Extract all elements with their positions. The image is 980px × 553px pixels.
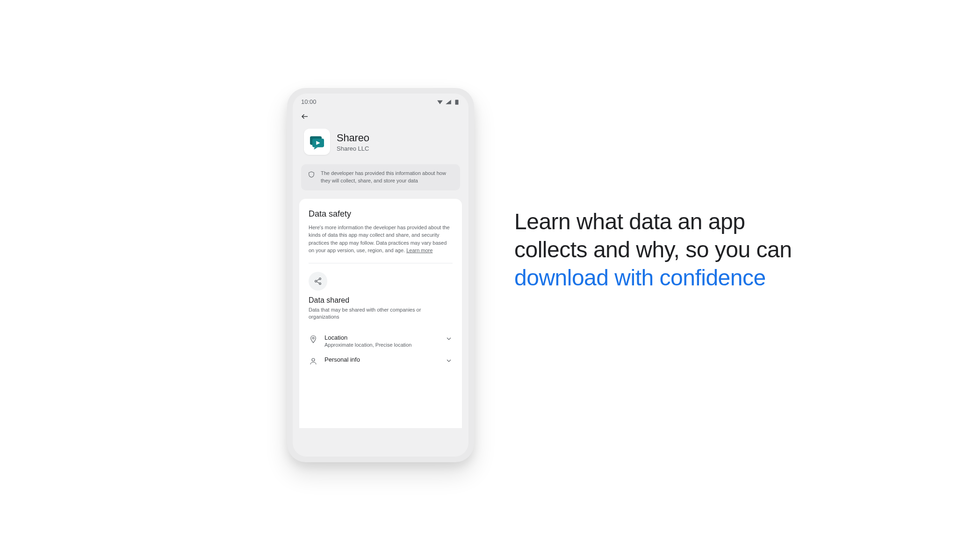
phone-screen: 10:00: [293, 94, 468, 457]
row-label: Personal info: [324, 356, 439, 363]
info-banner: The developer has provided this informat…: [301, 164, 460, 190]
data-safety-card: Data safety Here's more information the …: [299, 199, 462, 428]
data-row-personal-info[interactable]: Personal info: [309, 348, 453, 366]
app-developer[interactable]: Shareo LLC: [337, 145, 369, 152]
chevron-down-icon: [445, 357, 453, 364]
arrow-left-icon: [301, 112, 309, 121]
data-shared-subtitle: Data that may be shared with other compa…: [309, 306, 453, 321]
row-label: Location: [324, 334, 439, 341]
signal-icon: [445, 99, 452, 105]
battery-icon: [454, 99, 460, 105]
marketing-headline: Learn what data an app collects and why,…: [514, 208, 935, 292]
svg-point-6: [312, 337, 314, 339]
headline-line-2: collects and why, so you can: [514, 237, 792, 262]
status-bar: 10:00: [293, 94, 468, 108]
svg-point-7: [312, 358, 315, 361]
location-icon: [309, 335, 317, 343]
data-safety-description: Here's more information the developer ha…: [309, 224, 453, 255]
row-detail: Approximate location, Precise location: [324, 342, 439, 348]
app-name: Shareo: [337, 132, 369, 144]
chevron-down-icon: [445, 335, 453, 342]
status-time: 10:00: [301, 98, 317, 105]
svg-rect-0: [455, 100, 459, 105]
shareo-logo-icon: [308, 132, 326, 151]
back-button[interactable]: [299, 111, 310, 122]
headline-accent: download with confidence: [514, 265, 766, 290]
wifi-icon: [437, 99, 443, 105]
shield-icon: [308, 171, 315, 178]
share-icon: [314, 277, 322, 285]
headline-line-1: Learn what data an app: [514, 209, 745, 234]
app-icon: [304, 129, 330, 155]
learn-more-link[interactable]: Learn more: [406, 247, 432, 253]
status-icons: [437, 99, 460, 105]
nav-row: [293, 108, 468, 127]
data-row-location[interactable]: Location Approximate location, Precise l…: [309, 328, 453, 348]
data-safety-title: Data safety: [309, 209, 453, 219]
info-banner-text: The developer has provided this informat…: [321, 170, 454, 185]
data-shared-title: Data shared: [309, 296, 453, 305]
divider: [309, 263, 453, 263]
app-header: Shareo Shareo LLC: [293, 127, 468, 161]
person-icon: [309, 357, 317, 365]
phone-frame: 10:00: [287, 88, 474, 462]
share-icon-circle: [309, 272, 327, 291]
